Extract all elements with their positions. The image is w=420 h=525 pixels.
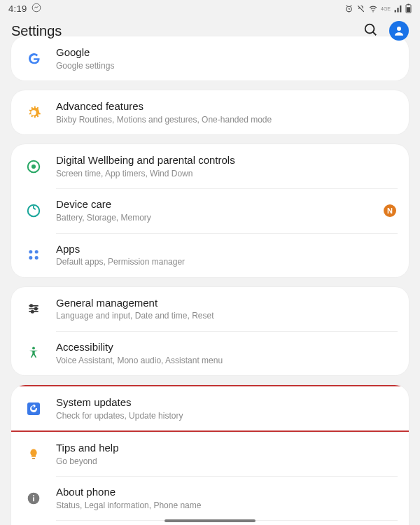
status-bar: 4:19 4GE [0, 0, 420, 17]
row-sub: Language and input, Date and time, Reset [56, 311, 396, 321]
system-updates-icon [24, 399, 43, 419]
card-management: General management Language and input, D… [11, 287, 409, 375]
svg-rect-20 [32, 458, 36, 459]
messenger-icon [31, 3, 41, 15]
row-device-care[interactable]: Device care Battery, Storage, Memory N [11, 188, 409, 232]
status-icons: 4GE [344, 4, 412, 13]
row-accessibility[interactable]: Accessibility Voice Assistant, Mono audi… [11, 331, 409, 375]
advanced-features-icon [24, 103, 43, 122]
apps-icon [24, 245, 43, 265]
svg-point-14 [35, 256, 38, 260]
accessibility-icon [24, 343, 43, 363]
svg-rect-4 [407, 4, 410, 5]
vibrate-icon [356, 4, 365, 13]
device-care-icon [24, 201, 43, 220]
row-sub: Go beyond [56, 456, 396, 466]
row-sub: Google settings [56, 61, 396, 71]
row-digital-wellbeing[interactable]: Digital Wellbeing and parental controls … [11, 144, 409, 188]
row-google[interactable]: Google Google settings [11, 36, 409, 80]
svg-point-7 [397, 27, 401, 31]
row-title: Tips and help [56, 442, 396, 455]
notification-badge: N [384, 204, 396, 217]
status-time: 4:19 [8, 4, 27, 14]
svg-point-13 [29, 256, 32, 260]
row-title: Google [56, 46, 396, 59]
row-sub: Battery, Storage, Memory [56, 213, 378, 223]
gesture-bar[interactable] [164, 519, 255, 522]
row-title: Apps [56, 243, 396, 256]
digital-wellbeing-icon [24, 157, 43, 176]
row-system-updates[interactable]: System updates Check for updates, Update… [11, 385, 409, 432]
svg-point-17 [31, 311, 34, 313]
svg-rect-22 [33, 497, 34, 501]
svg-point-11 [29, 250, 32, 253]
row-sub: Status, Legal information, Phone name [56, 500, 396, 510]
card-wellbeing: Digital Wellbeing and parental controls … [11, 144, 409, 276]
row-general-management[interactable]: General management Language and input, D… [11, 287, 409, 331]
row-sub: Bixby Routines, Motions and gestures, On… [56, 115, 396, 125]
row-sub: Default apps, Permission manager [56, 257, 396, 267]
svg-point-23 [33, 495, 34, 496]
row-title: Accessibility [56, 341, 396, 354]
row-title: General management [56, 297, 396, 310]
row-title: Device care [56, 198, 378, 211]
general-management-icon [24, 299, 43, 318]
row-title: System updates [56, 396, 396, 410]
row-sub: Screen time, App timers, Wind Down [56, 169, 396, 178]
row-about-phone[interactable]: About phone Status, Legal information, P… [11, 476, 409, 520]
signal-icon [393, 4, 402, 13]
row-apps[interactable]: Apps Default apps, Permission manager [11, 233, 409, 277]
svg-point-6 [365, 24, 374, 34]
svg-point-18 [32, 347, 35, 350]
settings-list: Google Google settings Advanced features… [0, 36, 420, 525]
row-tips-help[interactable]: Tips and help Go beyond [11, 432, 409, 476]
row-title: Advanced features [56, 100, 396, 113]
card-google: Google Google settings [11, 36, 409, 80]
card-system: System updates Check for updates, Update… [11, 385, 409, 525]
svg-rect-5 [407, 7, 410, 12]
row-sub: Check for updates, Update history [56, 411, 396, 421]
tips-help-icon [24, 444, 43, 464]
svg-point-15 [30, 304, 32, 307]
row-advanced-features[interactable]: Advanced features Bixby Routines, Motion… [11, 90, 409, 134]
wifi-icon [368, 4, 378, 13]
network-label: 4GE [381, 6, 391, 11]
svg-point-12 [35, 250, 38, 253]
battery-icon [405, 4, 412, 13]
card-advanced: Advanced features Bixby Routines, Motion… [11, 90, 409, 134]
row-title: About phone [56, 486, 396, 499]
svg-point-2 [372, 11, 373, 12]
svg-point-9 [31, 164, 36, 169]
about-phone-icon [24, 489, 43, 508]
row-sub: Voice Assistant, Mono audio, Assistant m… [56, 356, 396, 365]
row-title: Digital Wellbeing and parental controls [56, 154, 396, 167]
alarm-icon [344, 4, 354, 13]
google-icon [24, 49, 43, 69]
svg-point-16 [35, 308, 37, 310]
